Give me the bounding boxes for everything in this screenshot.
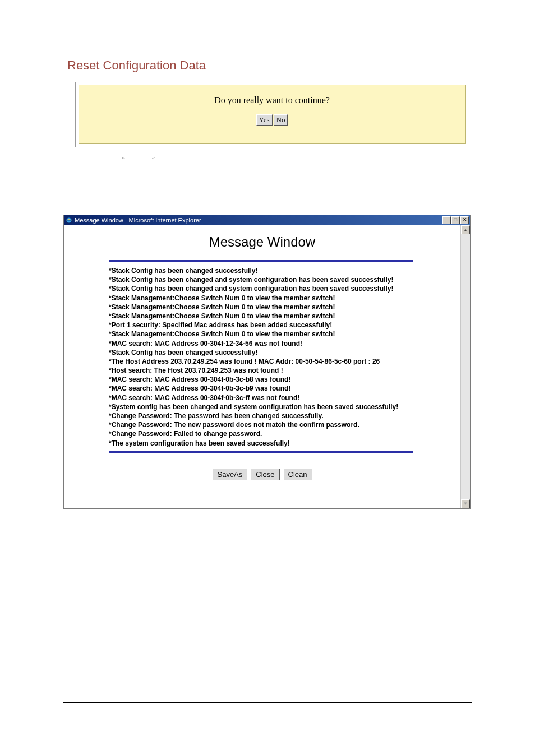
close-window-button[interactable]: ✕ <box>460 216 469 224</box>
message-line: *Stack Config has been changed and syste… <box>109 275 413 284</box>
message-line: *Stack Management:Choose Switch Num 0 to… <box>109 330 413 338</box>
confirm-panel: Do you really want to continue? Yes No <box>79 85 466 144</box>
no-button[interactable]: No <box>274 114 288 126</box>
message-window: Message Window - Microsoft Internet Expl… <box>63 215 471 509</box>
message-line: *Stack Config has been changed successfu… <box>109 348 413 357</box>
quote-marks: “” <box>122 155 182 162</box>
message-line: *Change Password: Failed to change passw… <box>109 429 413 438</box>
message-line: *Stack Config has been changed successfu… <box>109 266 413 275</box>
message-line: *The system configuration has been saved… <box>109 439 413 448</box>
content-buttons: SaveAs Close Clean <box>64 469 460 480</box>
maximize-button[interactable]: □ <box>451 216 460 224</box>
window-titlebar: Message Window - Microsoft Internet Expl… <box>64 215 470 225</box>
message-line: *System config has been changed and syst… <box>109 402 413 411</box>
message-line: *Stack Management:Choose Switch Num 0 to… <box>109 303 413 312</box>
page-title: Reset Configuration Data <box>67 58 206 73</box>
confirm-prompt: Do you really want to continue? <box>214 95 330 105</box>
message-line: *Port 1 security: Specified Mac address … <box>109 321 413 330</box>
scrollbar[interactable]: ▲ ▼ <box>460 225 470 508</box>
confirm-dialog: Do you really want to continue? Yes No <box>75 82 469 147</box>
divider-top <box>109 260 413 262</box>
message-line: *MAC search: MAC Address 00-304f-0b-3c-b… <box>109 384 413 393</box>
ie-icon <box>66 217 72 224</box>
scroll-down-button[interactable]: ▼ <box>461 499 470 508</box>
svg-rect-1 <box>67 220 72 220</box>
message-line: *MAC search: MAC Address 00-304f-0b-3c-b… <box>109 375 413 384</box>
minimize-button[interactable]: _ <box>442 216 451 224</box>
message-line: *Stack Management:Choose Switch Num 0 to… <box>109 294 413 303</box>
scroll-up-button[interactable]: ▲ <box>461 225 470 234</box>
message-line: *Stack Config has been changed and syste… <box>109 284 413 293</box>
divider-bottom <box>109 451 413 453</box>
message-line: *Host search: The Host 203.70.249.253 wa… <box>109 366 413 375</box>
window-content: Message Window *Stack Config has been ch… <box>64 225 460 508</box>
content-title: Message Window <box>64 234 460 250</box>
message-line: *Change Password: The password has been … <box>109 411 413 420</box>
message-line: *MAC search: MAC Address 00-304f-0b-3c-f… <box>109 393 413 402</box>
close-button[interactable]: Close <box>251 469 279 480</box>
message-line: *Stack Management:Choose Switch Num 0 to… <box>109 312 413 321</box>
window-title: Message Window - Microsoft Internet Expl… <box>75 217 201 224</box>
yes-button[interactable]: Yes <box>256 114 273 126</box>
footer-rule <box>63 702 472 703</box>
message-line: *Change Password: The new password does … <box>109 420 413 429</box>
message-list: *Stack Config has been changed successfu… <box>109 266 413 448</box>
saveas-button[interactable]: SaveAs <box>212 469 247 480</box>
message-line: *The Host Address 203.70.249.254 was fou… <box>109 357 413 366</box>
clean-button[interactable]: Clean <box>283 469 312 480</box>
message-line: *MAC search: MAC Address 00-304f-12-34-5… <box>109 339 413 348</box>
scroll-track[interactable] <box>461 234 470 499</box>
confirm-buttons: Yes No <box>256 114 288 126</box>
